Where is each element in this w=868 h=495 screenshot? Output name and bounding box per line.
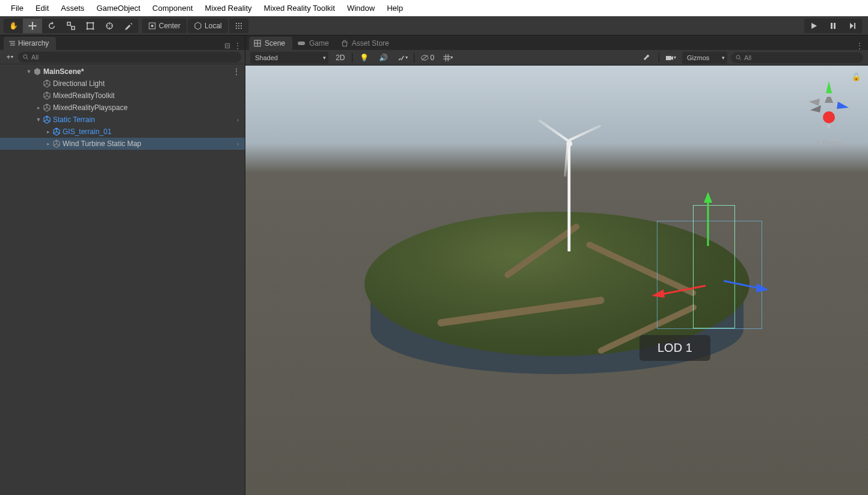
shading-mode-dropdown[interactable]: Shaded	[250, 52, 328, 64]
lighting-button[interactable]: 💡	[356, 52, 372, 64]
tree-label: MixedRealityToolkit	[53, 91, 115, 100]
svg-line-44	[724, 281, 759, 288]
menu-edit[interactable]: Edit	[29, 1, 55, 15]
svg-rect-0	[67, 22, 70, 25]
speaker-icon: 🔊	[379, 54, 388, 62]
svg-point-17	[236, 28, 237, 29]
toggle-icon[interactable]: ▸	[45, 129, 52, 135]
move-icon	[28, 21, 37, 31]
transform-tool-button[interactable]	[100, 19, 119, 33]
tree-row[interactable]: ▸Wind Turbine Static Map›	[0, 138, 245, 150]
chevron-down-icon: ▾	[451, 55, 453, 60]
tree-label: Directional Light	[53, 79, 105, 88]
gizmos-dropdown[interactable]: Gizmos	[682, 52, 727, 64]
pause-button[interactable]	[823, 19, 843, 33]
camera-button[interactable]: ▾	[663, 52, 679, 64]
pause-icon	[830, 22, 837, 29]
rotate-icon	[47, 21, 57, 31]
svg-marker-41	[704, 192, 712, 203]
tree-row[interactable]: MixedRealityToolkit	[0, 90, 245, 102]
pivot-mode-button[interactable]: Center	[142, 19, 186, 33]
scene-menu-icon[interactable]: ⋮	[233, 67, 245, 76]
assetstore-tab-label: Asset Store	[352, 39, 389, 48]
svg-line-39	[740, 58, 742, 60]
scene-tab[interactable]: Scene	[249, 37, 292, 50]
svg-rect-3	[87, 23, 93, 29]
y-axis-arrow[interactable]	[702, 192, 714, 246]
panel-menu-icon[interactable]: ⋮	[234, 42, 241, 50]
svg-marker-48	[809, 99, 820, 106]
menu-window[interactable]: Window	[341, 1, 381, 15]
toggle-icon[interactable]: ▼	[25, 69, 32, 75]
x-axis-arrow[interactable]	[651, 281, 709, 299]
toggle-icon[interactable]: ▸	[45, 141, 52, 147]
cube-icon	[42, 79, 52, 88]
hierarchy-search-input[interactable]: All	[18, 52, 241, 63]
menu-gameobject[interactable]: GameObject	[90, 1, 146, 15]
move-tool-button[interactable]	[23, 19, 42, 33]
tree-row[interactable]: ▼Static Terrain›	[0, 114, 245, 126]
tree-row[interactable]: ▸GIS_terrain_01	[0, 126, 245, 138]
menu-assets[interactable]: Assets	[55, 1, 90, 15]
orientation-gizmo[interactable]: x ≤ Persp	[802, 76, 856, 137]
menu-component[interactable]: Component	[146, 1, 199, 15]
menu-help[interactable]: Help	[381, 1, 409, 15]
grid-button[interactable]: ▾	[440, 52, 456, 64]
play-button[interactable]	[804, 19, 823, 33]
toggle-icon[interactable]: ▼	[35, 117, 42, 123]
panel-lock-icon[interactable]: ⊟	[224, 42, 230, 50]
menu-mixed-reality-toolkit[interactable]: Mixed Reality Toolkit	[258, 1, 341, 15]
viewport-lock-icon[interactable]: 🔓	[852, 73, 861, 81]
hand-tool-button[interactable]: ✋	[4, 19, 23, 33]
svg-point-15	[238, 25, 239, 26]
menu-file[interactable]: File	[5, 1, 29, 15]
scene-viewport[interactable]: LOD 1 x ≤ Persp 🔓	[245, 66, 868, 495]
scale-icon	[66, 21, 76, 31]
unity-icon	[32, 67, 42, 76]
lod-label: LOD 1	[639, 335, 710, 361]
wrench-icon	[643, 54, 651, 62]
custom-tool-button[interactable]	[119, 19, 138, 33]
rotate-tool-button[interactable]	[42, 19, 61, 33]
scale-tool-button[interactable]	[61, 19, 81, 33]
create-button[interactable]: +▾	[4, 50, 16, 64]
assetstore-tab[interactable]: Asset Store	[336, 37, 396, 50]
toggle-2d-button[interactable]: 2D	[332, 52, 348, 64]
svg-rect-37	[666, 56, 671, 60]
scene-panel: Scene Game Asset Store ⋮ Shaded 2D 💡 🔊 ▾…	[245, 35, 868, 495]
svg-point-18	[238, 28, 239, 29]
tree-row[interactable]: Directional Light	[0, 78, 245, 90]
bulb-icon: 💡	[360, 54, 369, 62]
cube-icon	[52, 127, 61, 137]
step-button[interactable]	[843, 19, 862, 33]
search-placeholder: All	[744, 54, 751, 61]
game-tab-label: Game	[309, 39, 329, 48]
tools-button[interactable]	[639, 52, 655, 64]
handle-mode-button[interactable]: Local	[188, 19, 228, 33]
fx-button[interactable]: ▾	[395, 52, 410, 64]
rect-tool-button[interactable]	[81, 19, 100, 33]
pivot-mode-label: Center	[159, 22, 180, 30]
search-placeholder: All	[31, 54, 38, 61]
scene-search-input[interactable]: All	[731, 52, 863, 63]
cube-icon	[42, 115, 52, 125]
game-tab[interactable]: Game	[292, 37, 336, 50]
transform-icon	[105, 21, 114, 31]
scene-grid-icon	[254, 40, 261, 47]
menu-mixed-reality[interactable]: Mixed Reality	[199, 1, 258, 15]
scene-row[interactable]: ▼ MainScene* ⋮	[0, 66, 245, 78]
z-axis-arrow[interactable]	[724, 276, 769, 294]
gamepad-icon	[297, 40, 306, 46]
hand-icon: ✋	[9, 22, 18, 30]
audio-button[interactable]: 🔊	[375, 52, 391, 64]
tree-label: Static Terrain	[53, 115, 95, 124]
panel-menu-icon[interactable]: ⋮	[856, 42, 863, 50]
toggle-icon[interactable]: ▸	[35, 105, 42, 111]
hierarchy-tab[interactable]: Hierarchy	[4, 37, 56, 50]
bag-icon	[341, 40, 348, 47]
snap-button[interactable]	[229, 19, 248, 33]
hidden-objects-button[interactable]: 0	[418, 52, 437, 64]
svg-marker-47	[837, 102, 849, 109]
tree-row[interactable]: ▸MixedRealityPlayspace	[0, 102, 245, 114]
persp-label[interactable]: ≤ Persp	[802, 139, 856, 147]
